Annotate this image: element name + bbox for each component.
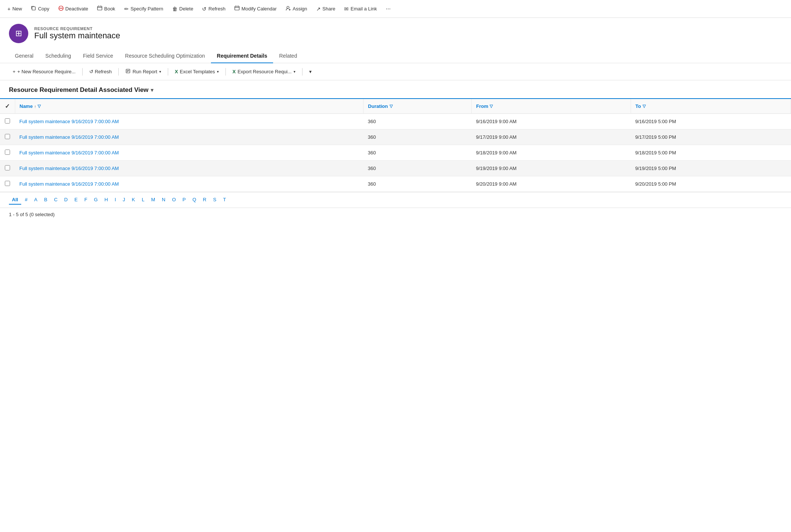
page-letter-q[interactable]: Q (189, 195, 199, 205)
run-report-button[interactable]: Run Report ▾ (122, 66, 164, 77)
page-letter-i[interactable]: I (112, 195, 119, 205)
row-select-cell[interactable] (0, 145, 15, 161)
row-checkbox[interactable] (5, 150, 10, 155)
page-letter-#[interactable]: # (22, 195, 31, 205)
to-label: To (635, 103, 641, 109)
tab-requirement-details[interactable]: Requirement Details (211, 49, 273, 63)
assign-button[interactable]: Assign (281, 3, 312, 15)
page-letter-t[interactable]: T (220, 195, 229, 205)
copy-button[interactable]: Copy (26, 3, 54, 15)
pagination: All#ABCDEFGHIJKLMNOPQRST (0, 192, 791, 208)
page-letter-o[interactable]: O (169, 195, 179, 205)
row-select-cell[interactable] (0, 114, 15, 129)
tab-related[interactable]: Related (273, 49, 303, 63)
page-letter-a[interactable]: A (31, 195, 41, 205)
duration-cell: 360 (364, 145, 472, 161)
page-letter-c[interactable]: C (51, 195, 60, 205)
delete-button[interactable]: 🗑 Delete (168, 3, 198, 15)
tabs: General Scheduling Field Service Resourc… (0, 49, 791, 63)
from-cell: 9/19/2019 9:00 AM (471, 161, 631, 176)
page-letter-e[interactable]: E (71, 195, 81, 205)
tab-scheduling[interactable]: Scheduling (39, 49, 77, 63)
row-select-cell[interactable] (0, 176, 15, 192)
view-title[interactable]: Resource Requirement Detail Associated V… (0, 80, 791, 98)
entity-type-label: RESOURCE REQUIREMENT (34, 26, 120, 31)
more-options-button[interactable]: ▾ (305, 67, 316, 77)
data-table: ✓ Name ↑ ▽ Duration ▽ (0, 99, 791, 192)
row-checkbox[interactable] (5, 134, 10, 139)
row-select-cell[interactable] (0, 129, 15, 145)
from-column-header[interactable]: From ▽ (471, 99, 631, 114)
name-sort-icon[interactable]: ↑ (34, 104, 36, 109)
export-resource-button[interactable]: X Export Resource Requi... ▾ (229, 67, 299, 77)
tab-field-service[interactable]: Field Service (77, 49, 119, 63)
excel-icon: X (175, 69, 178, 74)
from-filter-icon[interactable]: ▽ (490, 104, 493, 109)
excel-templates-button[interactable]: X Excel Templates ▾ (171, 67, 222, 77)
name-link[interactable]: Full system maintenace 9/16/2019 7:00:00… (19, 150, 119, 156)
duration-cell: 360 (364, 176, 472, 192)
page-letter-l[interactable]: L (139, 195, 147, 205)
email-icon: ✉ (344, 6, 349, 12)
page-letter-d[interactable]: D (61, 195, 71, 205)
sub-refresh-button[interactable]: ↺ Refresh (86, 67, 115, 77)
share-button[interactable]: ↗ Share (312, 3, 340, 15)
modify-calendar-button[interactable]: Modify Calendar (230, 3, 281, 15)
name-column-header[interactable]: Name ↑ ▽ (15, 99, 364, 114)
book-button[interactable]: Book (93, 3, 120, 15)
duration-cell: 360 (364, 161, 472, 176)
status-bar: 1 - 5 of 5 (0 selected) (0, 208, 791, 221)
tab-general[interactable]: General (9, 49, 39, 63)
table-row: Full system maintenace 9/16/2019 7:00:00… (0, 129, 791, 145)
page-letter-m[interactable]: M (148, 195, 158, 205)
select-all-checkbox[interactable]: ✓ (5, 103, 10, 109)
from-cell: 9/20/2019 9:00 AM (471, 176, 631, 192)
to-filter-icon[interactable]: ▽ (643, 104, 646, 109)
page-letter-k[interactable]: K (129, 195, 138, 205)
row-checkbox[interactable] (5, 118, 10, 124)
export-caret: ▾ (294, 70, 295, 74)
name-link[interactable]: Full system maintenace 9/16/2019 7:00:00… (19, 119, 119, 124)
book-icon (97, 6, 102, 12)
name-cell: Full system maintenace 9/16/2019 7:00:00… (15, 145, 364, 161)
specify-pattern-button[interactable]: ✏ Specify Pattern (120, 3, 168, 15)
deactivate-button[interactable]: Deactivate (54, 3, 93, 15)
page-letter-p[interactable]: P (180, 195, 189, 205)
name-filter-icon[interactable]: ▽ (38, 104, 41, 109)
export-icon: X (233, 69, 236, 74)
name-link[interactable]: Full system maintenace 9/16/2019 7:00:00… (19, 134, 119, 140)
name-cell: Full system maintenace 9/16/2019 7:00:00… (15, 114, 364, 129)
avatar-icon: ⊞ (15, 29, 22, 38)
name-link[interactable]: Full system maintenace 9/16/2019 7:00:00… (19, 166, 119, 171)
new-resource-require-button[interactable]: + + New Resource Require... (9, 67, 79, 77)
row-select-cell[interactable] (0, 161, 15, 176)
from-cell: 9/17/2019 9:00 AM (471, 129, 631, 145)
new-button[interactable]: + New (3, 3, 26, 15)
refresh-button[interactable]: ↺ Refresh (198, 3, 230, 15)
select-all-header[interactable]: ✓ (0, 99, 15, 114)
status-text: 1 - 5 of 5 (0 selected) (9, 212, 55, 217)
page-letter-h[interactable]: H (102, 195, 111, 205)
page-letter-f[interactable]: F (81, 195, 90, 205)
page-letter-n[interactable]: N (159, 195, 168, 205)
duration-cell: 360 (364, 114, 472, 129)
email-link-button[interactable]: ✉ Email a Link (340, 3, 381, 15)
page-letter-s[interactable]: S (210, 195, 220, 205)
to-column-header[interactable]: To ▽ (631, 99, 791, 114)
name-link[interactable]: Full system maintenace 9/16/2019 7:00:00… (19, 181, 119, 187)
page-letter-all[interactable]: All (9, 195, 21, 205)
page-letter-b[interactable]: B (41, 195, 51, 205)
page-letter-r[interactable]: R (200, 195, 209, 205)
row-checkbox[interactable] (5, 181, 10, 186)
share-icon: ↗ (316, 6, 321, 12)
page-letter-j[interactable]: J (120, 195, 128, 205)
duration-filter-icon[interactable]: ▽ (390, 104, 393, 109)
page-letter-g[interactable]: G (91, 195, 101, 205)
table-row: Full system maintenace 9/16/2019 7:00:00… (0, 161, 791, 176)
tab-resource-scheduling-optimization[interactable]: Resource Scheduling Optimization (119, 49, 211, 63)
duration-column-header[interactable]: Duration ▽ (364, 99, 472, 114)
duration-label: Duration (368, 103, 388, 109)
more-icon: ⋯ (386, 6, 391, 12)
row-checkbox[interactable] (5, 165, 10, 170)
more-button[interactable]: ⋯ (381, 3, 395, 15)
